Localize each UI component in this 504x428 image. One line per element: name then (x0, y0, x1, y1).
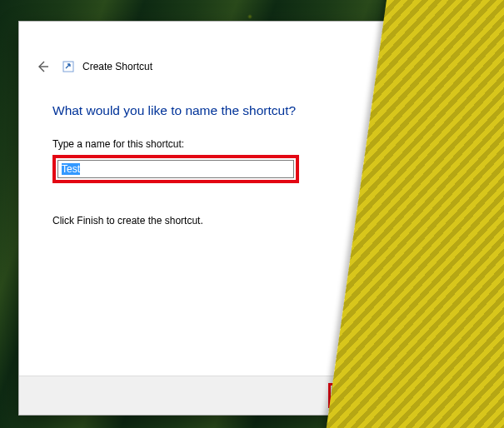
wizard-header: Create Shortcut (19, 55, 473, 78)
svg-line-0 (451, 29, 459, 37)
create-shortcut-wizard-window: Create Shortcut What would you like to n… (18, 21, 474, 416)
wizard-footer: Finish Cancel (19, 376, 473, 415)
wizard-content: What would you like to name the shortcut… (19, 78, 473, 376)
finish-button[interactable]: Finish (332, 386, 392, 405)
svg-marker-5 (363, 336, 403, 366)
svg-rect-3 (63, 62, 73, 72)
close-icon (451, 29, 459, 37)
finish-highlight-annotation: Finish (328, 383, 395, 408)
shortcut-name-input[interactable] (57, 160, 294, 178)
svg-rect-4 (377, 300, 390, 336)
desktop-wallpaper: Create Shortcut What would you like to n… (0, 0, 504, 428)
wizard-title: Create Shortcut (82, 61, 152, 72)
arrow-annotation (363, 300, 403, 366)
shortcut-name-label: Type a name for this shortcut: (52, 138, 440, 150)
shortcut-icon (62, 61, 74, 72)
window-close-button[interactable] (436, 22, 473, 45)
wizard-instruction: Click Finish to create the shortcut. (52, 215, 440, 226)
wizard-prompt: What would you like to name the shortcut… (52, 103, 440, 118)
window-titlebar (19, 22, 473, 47)
svg-line-1 (451, 29, 459, 37)
back-button[interactable] (31, 55, 54, 78)
back-arrow-icon (36, 60, 49, 73)
input-highlight-annotation (52, 155, 299, 183)
cancel-button[interactable]: Cancel (402, 386, 462, 405)
